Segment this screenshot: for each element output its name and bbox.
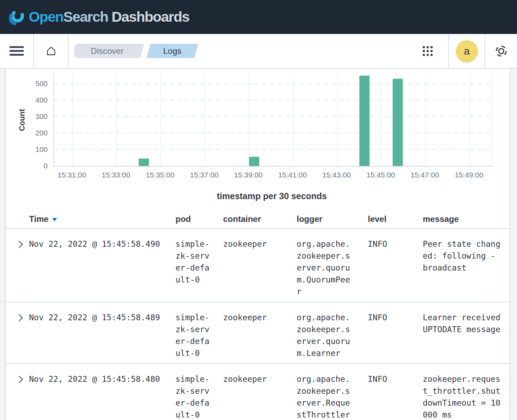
y-gridline: [54, 100, 491, 100]
x-gridline: [425, 74, 426, 166]
cell-level: INFO: [368, 373, 423, 385]
table-row: Nov 22, 2022 @ 15:45:58.480 simple-zk-se…: [6, 364, 510, 420]
x-gridline: [160, 74, 161, 166]
table-body: Nov 22, 2022 @ 15:45:58.490 simple-zk-se…: [6, 229, 510, 420]
y-tick-label: 500: [6, 79, 48, 88]
y-tick-label: 400: [6, 96, 48, 104]
column-header-level[interactable]: level: [368, 214, 423, 224]
apps-menu-button[interactable]: [407, 34, 448, 68]
cell-container: zookeeper: [223, 373, 297, 385]
avatar: a: [456, 40, 478, 62]
y-tick-label: 100: [6, 145, 48, 154]
x-axis-title: timestamp per 30 seconds: [53, 191, 490, 201]
app-title: OpenSearch Dashboards: [29, 9, 189, 25]
column-header-message[interactable]: message: [423, 214, 510, 224]
x-gridline: [469, 74, 470, 166]
table-header: Time pod container logger level message: [6, 210, 510, 229]
table-row: Nov 22, 2022 @ 15:45:58.489 simple-zk-se…: [6, 302, 510, 364]
breadcrumb-discover[interactable]: Discover: [74, 44, 144, 58]
expand-row-chevron-icon[interactable]: [18, 240, 24, 248]
column-header-pod[interactable]: pod: [175, 214, 223, 224]
histogram-bar[interactable]: [393, 79, 403, 166]
cell-container: zookeeper: [223, 312, 297, 323]
cell-logger: org.apache.zookeeper.server.RequestThrot…: [297, 373, 368, 420]
x-tick-label: 15:37:00: [180, 171, 229, 179]
x-gridline: [381, 74, 382, 166]
x-tick-label: 15:43:00: [312, 171, 361, 179]
expand-cell: [13, 373, 29, 384]
cell-time: Nov 22, 2022 @ 15:45:58.489: [29, 312, 175, 323]
cell-pod: simple-zk-server-default-0: [175, 312, 223, 359]
y-gridline: [54, 133, 491, 133]
help-button[interactable]: [485, 34, 517, 68]
home-button[interactable]: [34, 34, 69, 68]
y-gridline: [54, 83, 491, 84]
x-gridline: [116, 74, 117, 166]
x-tick-label: 15:47:00: [400, 171, 449, 179]
cell-message: zookeeper.request_throttler.shutdownTime…: [423, 373, 510, 420]
histogram-bar[interactable]: [139, 159, 149, 166]
column-header-container[interactable]: container: [223, 214, 297, 224]
cell-time: Nov 22, 2022 @ 15:45:58.490: [29, 238, 175, 250]
table-row: Nov 22, 2022 @ 15:45:58.490 simple-zk-se…: [6, 229, 510, 302]
column-header-time-label: Time: [29, 214, 49, 224]
x-tick-label: 15:49:00: [444, 171, 494, 179]
hamburger-icon: [9, 44, 24, 58]
app-header: OpenSearch Dashboards: [0, 0, 517, 34]
x-gridline: [249, 74, 249, 166]
y-gridline: [54, 149, 491, 150]
breadcrumb: Discover Logs: [74, 34, 198, 68]
cell-logger: org.apache.zookeeper.server.quorum.Quoru…: [297, 238, 368, 298]
apps-grid-icon: [423, 46, 433, 56]
expand-cell: [13, 312, 29, 322]
navbar-spacer: [198, 34, 407, 68]
x-tick-label: 15:39:00: [224, 171, 273, 179]
opensearch-logo-icon: [9, 9, 25, 25]
y-tick-label: 200: [6, 129, 48, 137]
x-tick-label: 15:45:00: [356, 171, 405, 179]
cell-pod: simple-zk-server-default-0: [175, 238, 223, 286]
cell-container: zookeeper: [223, 238, 297, 250]
user-menu-button[interactable]: a: [448, 34, 485, 68]
histogram-bar[interactable]: [359, 76, 370, 166]
plot-area: [53, 74, 492, 167]
x-tick-label: 15:31:00: [47, 171, 96, 179]
x-tick-label: 15:41:00: [268, 171, 317, 179]
x-gridline: [293, 74, 294, 166]
cell-message: Peer state changed: following - broadcas…: [423, 238, 510, 274]
expand-row-chevron-icon[interactable]: [18, 314, 24, 322]
histogram-bar[interactable]: [249, 157, 259, 166]
column-header-logger[interactable]: logger: [297, 214, 368, 224]
help-icon: [495, 44, 508, 58]
x-gridline: [72, 74, 73, 166]
home-icon: [46, 46, 57, 57]
cell-time: Nov 22, 2022 @ 15:45:58.480: [29, 373, 175, 385]
cell-level: INFO: [368, 312, 423, 323]
cell-level: INFO: [368, 238, 423, 250]
discover-panel: Count timestamp per 30 seconds 15:31:001…: [5, 69, 510, 420]
expand-row-chevron-icon[interactable]: [18, 375, 24, 384]
x-gridline: [205, 74, 205, 166]
x-tick-label: 15:35:00: [136, 171, 185, 179]
cell-logger: org.apache.zookeeper.server.quorum.Learn…: [297, 312, 368, 359]
x-tick-label: 15:33:00: [91, 171, 140, 179]
histogram-chart: Count timestamp per 30 seconds 15:31:001…: [6, 69, 510, 210]
breadcrumb-logs[interactable]: Logs: [146, 44, 198, 58]
sort-desc-icon: [52, 218, 57, 221]
cell-pod: simple-zk-server-default-0: [175, 373, 223, 420]
expand-cell: [13, 238, 29, 248]
y-tick-label: 300: [6, 112, 48, 121]
y-tick-label: 0: [6, 162, 48, 170]
y-gridline: [54, 116, 491, 117]
x-gridline: [337, 74, 338, 166]
cell-message: Learner received UPTODATE message: [423, 312, 510, 335]
navbar: Discover Logs a: [0, 34, 517, 69]
menu-button[interactable]: [0, 34, 34, 68]
column-header-time[interactable]: Time: [29, 214, 175, 224]
